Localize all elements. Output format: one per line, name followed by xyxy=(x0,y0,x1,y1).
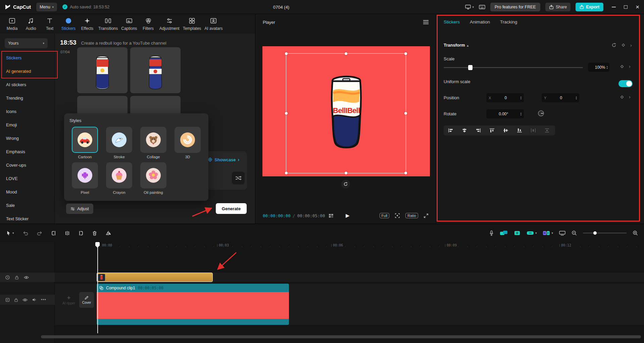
compound-clip[interactable]: Compound clip1 00:00:05:00 xyxy=(97,284,289,325)
inspector-tab-stickers[interactable]: Stickers xyxy=(444,19,460,24)
style-option-collage[interactable]: Collage xyxy=(138,127,169,159)
eye-icon[interactable] xyxy=(22,298,28,302)
zoom-out-icon[interactable] xyxy=(572,230,577,236)
rotate-handle[interactable] xyxy=(341,180,350,188)
rotate-value-field[interactable]: 0.00° ▴▾ xyxy=(486,109,524,118)
stepper-icons[interactable]: ▴▾ xyxy=(520,96,522,100)
mirror-button[interactable] xyxy=(106,231,111,236)
sidebar-item-wrong[interactable]: Wrong xyxy=(0,131,54,145)
split-tool[interactable] xyxy=(65,231,70,236)
resize-handle[interactable] xyxy=(404,52,407,55)
export-button[interactable]: Export xyxy=(576,3,603,11)
yours-filter-dropdown[interactable]: Yours▾ xyxy=(5,38,48,48)
sidebar-item-love[interactable]: LOVE xyxy=(0,172,54,185)
resize-handle[interactable] xyxy=(404,112,407,115)
reset-icon[interactable] xyxy=(611,43,616,48)
audio-effects-icon[interactable]: ▾ xyxy=(543,230,553,236)
split-left-tool[interactable] xyxy=(51,231,56,236)
sidebar-item-ai-generated[interactable]: AI generated xyxy=(0,64,54,78)
close-button[interactable]: × xyxy=(636,4,639,10)
clock-icon[interactable] xyxy=(5,275,10,280)
distribute-vertical-icon[interactable] xyxy=(540,128,554,133)
layout-switch-icon[interactable]: ▾ xyxy=(465,4,474,10)
timeline-display-icon[interactable] xyxy=(559,231,565,236)
align-right-icon[interactable] xyxy=(471,128,485,133)
transform-section-header[interactable]: Transform ▲ xyxy=(444,43,469,48)
align-top-icon[interactable] xyxy=(485,128,499,133)
undo-button[interactable] xyxy=(23,231,28,236)
resize-handle[interactable] xyxy=(404,172,407,174)
compound-clip-audio-strip[interactable] xyxy=(97,319,289,325)
compound-clip-header[interactable]: Compound clip1 00:00:05:00 xyxy=(97,284,289,292)
chevron-right-icon[interactable]: › xyxy=(630,43,632,48)
tab-filters[interactable]: Filters xyxy=(139,17,158,31)
align-center-horizontal-icon[interactable] xyxy=(457,128,471,133)
position-x-field[interactable]: X 0 ▴▾ xyxy=(486,93,524,102)
adjust-button[interactable]: Adjust xyxy=(66,204,93,214)
fullscreen-icon[interactable] xyxy=(424,213,429,218)
tab-effects[interactable]: Effects xyxy=(78,17,97,31)
selection-box[interactable] xyxy=(286,53,406,173)
tab-text[interactable]: Text xyxy=(40,17,59,31)
inspector-tab-tracking[interactable]: Tracking xyxy=(500,19,517,24)
style-option-oil-painting[interactable]: Oil painting xyxy=(138,162,169,194)
stepper-icons[interactable]: ▴▾ xyxy=(576,96,577,100)
style-option-crayon[interactable]: Crayon xyxy=(104,162,135,194)
sidebar-item-cover-ups[interactable]: Cover-ups xyxy=(0,158,54,172)
play-button[interactable]: ▶ xyxy=(346,213,350,219)
ratio-button[interactable]: Ratio xyxy=(405,213,418,218)
zoom-in-icon[interactable] xyxy=(633,230,638,236)
sticker-clip[interactable] xyxy=(97,273,213,282)
distribute-horizontal-icon[interactable] xyxy=(526,128,540,133)
compound-clip-body[interactable] xyxy=(97,292,289,319)
shortcuts-keyboard-icon[interactable] xyxy=(479,5,485,9)
more-options-icon[interactable]: ••• xyxy=(41,297,46,302)
resize-handle[interactable] xyxy=(345,172,347,174)
tab-adjustment[interactable]: Adjustment xyxy=(158,17,181,31)
scale-value-field[interactable]: 100% ▴▾ xyxy=(588,63,609,72)
tab-transitions[interactable]: Transitions xyxy=(97,17,119,31)
stepper-icons[interactable]: ▴▾ xyxy=(520,112,522,116)
sidebar-item-sale[interactable]: Sale xyxy=(0,198,54,212)
generate-button[interactable]: Generate xyxy=(216,203,247,214)
align-left-icon[interactable] xyxy=(444,128,457,133)
link-toggle-icon[interactable]: ▾ xyxy=(527,230,537,236)
delete-button[interactable] xyxy=(92,231,97,236)
tab-stickers[interactable]: Stickers xyxy=(59,17,78,31)
keyframe-diamond-icon[interactable] xyxy=(620,65,624,68)
sidebar-item-text-sticker[interactable]: Text Sticker xyxy=(0,212,54,225)
tab-ai-avatars[interactable]: AI avatars xyxy=(203,17,224,31)
cover-button[interactable]: Cover xyxy=(79,292,94,308)
sidebar-item-emoji[interactable]: Emoji xyxy=(0,118,54,131)
tracks-area[interactable]: AI ripper Cover Compound clip1 00:00:05:… xyxy=(55,242,644,343)
generated-sticker-result[interactable] xyxy=(130,47,181,93)
position-y-field[interactable]: Y 0 ▴▾ xyxy=(542,93,579,102)
preview-axis-icon[interactable] xyxy=(514,230,521,236)
chevron-right-icon[interactable]: › xyxy=(629,95,631,99)
align-bottom-icon[interactable] xyxy=(512,128,526,133)
resize-handle[interactable] xyxy=(345,52,347,55)
style-option-stroke[interactable]: Stroke xyxy=(104,127,135,159)
tab-captions[interactable]: Captions xyxy=(119,17,139,31)
rotate-dial[interactable] xyxy=(538,110,544,117)
playhead[interactable] xyxy=(97,242,98,333)
resize-handle[interactable] xyxy=(285,172,288,174)
split-right-tool[interactable] xyxy=(79,231,84,236)
sidebar-item-trending[interactable]: Trending xyxy=(0,91,54,105)
inspector-tab-animation[interactable]: Animation xyxy=(470,19,490,24)
sidebar-item-mood[interactable]: Mood xyxy=(0,185,54,198)
minimize-button[interactable] xyxy=(612,7,616,7)
lock-icon[interactable] xyxy=(15,275,19,280)
keyframe-diamond-icon[interactable] xyxy=(620,95,624,99)
style-option-3d[interactable]: 3D xyxy=(172,127,203,159)
sidebar-item-stickers[interactable]: Stickers xyxy=(0,51,54,64)
uniform-scale-toggle[interactable] xyxy=(618,80,633,87)
showcase-link[interactable]: Showcase › xyxy=(208,157,239,162)
shuffle-prompt-button[interactable] xyxy=(232,172,245,184)
share-button[interactable]: Share xyxy=(545,3,571,11)
pro-features-button[interactable]: Pro features for FREE xyxy=(490,3,540,11)
ai-ripper-button[interactable]: AI ripper xyxy=(61,290,77,310)
preview-canvas[interactable]: BellIBell xyxy=(262,46,430,176)
focus-icon[interactable] xyxy=(395,213,400,218)
maximize-button[interactable] xyxy=(624,5,628,9)
